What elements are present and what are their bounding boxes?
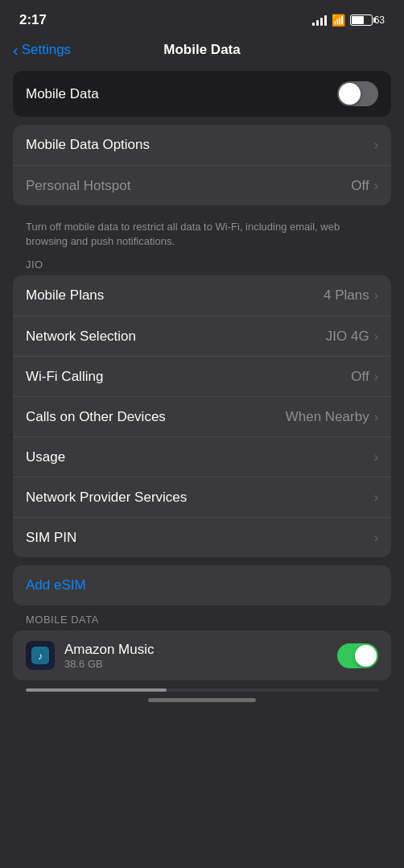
back-chevron-icon: ‹ xyxy=(13,42,19,58)
add-esim-card: Add eSIM xyxy=(13,565,391,606)
network-selection-row[interactable]: Network Selection JIO 4G › xyxy=(13,316,391,356)
status-icons: 📶 63 xyxy=(312,14,385,27)
toggle-thumb xyxy=(339,83,361,105)
signal-icon xyxy=(312,14,327,26)
mobile-data-options-row[interactable]: Mobile Data Options › xyxy=(13,125,391,165)
mobile-plans-value: 4 Plans xyxy=(324,287,369,304)
mobile-data-apps-card: ♪ Amazon Music 38.6 GB xyxy=(13,630,391,680)
mobile-data-options-right: › xyxy=(374,138,378,152)
mobile-data-footer: Turn off mobile data to restrict all dat… xyxy=(13,213,391,252)
network-provider-right: › xyxy=(374,490,378,505)
chevron-right-icon: › xyxy=(374,179,378,193)
chevron-right-icon: › xyxy=(374,490,378,505)
home-indicator xyxy=(148,698,256,702)
personal-hotspot-row[interactable]: Personal Hotspot Off › xyxy=(13,165,391,205)
chevron-right-icon: › xyxy=(374,450,378,465)
mobile-plans-label: Mobile Plans xyxy=(26,287,104,304)
chevron-right-icon: › xyxy=(374,410,378,424)
options-card: Mobile Data Options › Personal Hotspot O… xyxy=(13,125,391,205)
amazon-music-info: Amazon Music 38.6 GB xyxy=(64,642,154,670)
add-esim-row[interactable]: Add eSIM xyxy=(13,565,391,606)
wifi-calling-value: Off xyxy=(351,369,369,385)
mobile-plans-row[interactable]: Mobile Plans 4 Plans › xyxy=(13,275,391,316)
toggle-thumb xyxy=(355,645,377,667)
chevron-right-icon: › xyxy=(374,288,378,303)
network-provider-row[interactable]: Network Provider Services › xyxy=(13,477,391,517)
mobile-data-label: Mobile Data xyxy=(26,86,99,102)
personal-hotspot-right: Off › xyxy=(351,178,378,194)
add-esim-label: Add eSIM xyxy=(26,577,86,593)
usage-label: Usage xyxy=(26,449,65,465)
amazon-music-icon: ♪ xyxy=(26,641,55,670)
status-bar: 2:17 📶 63 xyxy=(0,0,404,35)
mobile-data-card: Mobile Data xyxy=(13,71,391,117)
battery-icon xyxy=(350,14,373,26)
nav-header: ‹ Settings Mobile Data xyxy=(0,35,404,71)
mobile-plans-right: 4 Plans › xyxy=(324,287,378,304)
mobile-data-apps-label: MOBILE DATA xyxy=(13,614,391,626)
amazon-music-row: ♪ Amazon Music 38.6 GB xyxy=(13,630,391,680)
calls-other-devices-value: When Nearby xyxy=(286,409,369,425)
battery-indicator: 63 xyxy=(350,14,385,26)
chevron-right-icon: › xyxy=(374,531,378,545)
chevron-right-icon: › xyxy=(374,370,378,384)
wifi-calling-row[interactable]: Wi-Fi Calling Off › xyxy=(13,356,391,396)
chevron-right-icon: › xyxy=(374,138,378,152)
personal-hotspot-label: Personal Hotspot xyxy=(26,178,130,194)
personal-hotspot-value: Off xyxy=(351,178,369,194)
wifi-calling-right: Off › xyxy=(351,369,378,385)
network-selection-value: JIO 4G xyxy=(326,329,369,345)
sim-pin-label: SIM PIN xyxy=(26,530,76,546)
back-button[interactable]: ‹ Settings xyxy=(13,42,71,58)
amazon-music-toggle[interactable] xyxy=(337,643,378,668)
amazon-music-size: 38.6 GB xyxy=(64,658,154,670)
network-provider-label: Network Provider Services xyxy=(26,490,187,506)
sim-pin-row[interactable]: SIM PIN › xyxy=(13,517,391,557)
mobile-data-options-label: Mobile Data Options xyxy=(26,137,150,153)
calls-other-devices-right: When Nearby › xyxy=(286,409,378,425)
svg-text:♪: ♪ xyxy=(38,651,43,662)
status-time: 2:17 xyxy=(19,12,47,28)
mobile-data-row: Mobile Data xyxy=(13,71,391,117)
mobile-data-toggle[interactable] xyxy=(337,81,378,106)
content: Mobile Data Mobile Data Options › Person… xyxy=(0,71,404,692)
amazon-music-left: ♪ Amazon Music 38.6 GB xyxy=(26,641,154,670)
scroll-progress-bar xyxy=(26,688,378,692)
calls-other-devices-label: Calls on Other Devices xyxy=(26,409,166,425)
amazon-music-name: Amazon Music xyxy=(64,642,154,658)
network-selection-label: Network Selection xyxy=(26,329,136,345)
battery-percent: 63 xyxy=(374,14,385,26)
wifi-calling-label: Wi-Fi Calling xyxy=(26,369,103,385)
jio-card: Mobile Plans 4 Plans › Network Selection… xyxy=(13,275,391,557)
progress-bar-fill xyxy=(26,688,167,692)
calls-other-devices-row[interactable]: Calls on Other Devices When Nearby › xyxy=(13,396,391,436)
chevron-right-icon: › xyxy=(374,329,378,344)
usage-row[interactable]: Usage › xyxy=(13,436,391,477)
wifi-icon: 📶 xyxy=(332,14,345,27)
jio-section-label: JIO xyxy=(13,258,391,271)
sim-pin-right: › xyxy=(374,531,378,545)
page-title: Mobile Data xyxy=(163,42,240,58)
usage-right: › xyxy=(374,450,378,465)
network-selection-right: JIO 4G › xyxy=(326,329,378,345)
back-label: Settings xyxy=(22,42,71,58)
